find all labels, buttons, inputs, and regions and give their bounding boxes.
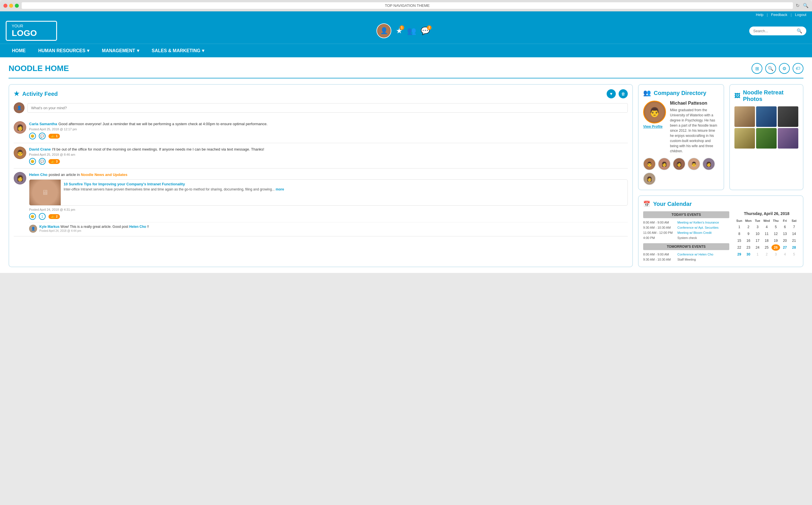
nav-sales[interactable]: SALES & MARKETING ▾ (145, 44, 211, 57)
refresh-icon[interactable]: ↻ (796, 3, 799, 8)
cal-day-16[interactable]: 16 (744, 237, 753, 244)
cal-day-9[interactable]: 9 (744, 231, 753, 237)
cal-day-3[interactable]: 3 (753, 224, 762, 230)
nav-hr[interactable]: HUMAN RESOURCES ▾ (32, 44, 96, 57)
photo-4[interactable] (735, 128, 755, 149)
carla-post-text: Good afternoon everyone! Just a reminder… (58, 122, 268, 126)
photo-1[interactable] (735, 106, 755, 127)
david-comment-btn[interactable]: 💬 (39, 158, 46, 165)
cal-day-4[interactable]: 4 (762, 224, 771, 230)
helen-like-btn[interactable]: 👍 2 (48, 214, 60, 219)
carla-comment-btn[interactable]: 💬 (39, 133, 46, 139)
event-name-3[interactable]: Meeting w/ Bloom Credit (677, 231, 711, 234)
browser-address-bar[interactable]: TOP NAVIGATION THEME (22, 2, 793, 9)
cal-day-20[interactable]: 20 (781, 237, 789, 244)
event-name-5[interactable]: Conference w/ Helen Cho (677, 252, 713, 256)
cal-day-17[interactable]: 17 (753, 237, 762, 244)
delete-icon[interactable]: 🗑 (619, 89, 628, 99)
dir-person-4[interactable]: 👨 (688, 158, 700, 170)
cal-day-next-1[interactable]: 1 (753, 251, 762, 258)
search-browser-icon[interactable]: 🔍 (803, 3, 809, 8)
cal-day-25[interactable]: 25 (762, 244, 771, 250)
cal-day-6[interactable]: 6 (781, 224, 789, 230)
helen-category[interactable]: Noodle News and Updates (81, 173, 127, 177)
cal-day-next-4[interactable]: 4 (781, 251, 789, 258)
cal-day-28[interactable]: 28 (790, 244, 798, 250)
people-icon[interactable]: 👥 (407, 26, 416, 35)
cal-day-next-2[interactable]: 2 (762, 251, 771, 258)
nav-management[interactable]: MANAGEMENT ▾ (96, 44, 145, 57)
feed-post-david: 👨 David Crane I'll be out of the office … (14, 143, 628, 169)
cal-day-13[interactable]: 13 (781, 231, 789, 237)
dir-person-2[interactable]: 👩 (658, 158, 670, 170)
cal-day-30[interactable]: 30 (744, 251, 753, 258)
event-name-1[interactable]: Meeting w/ Kellen's Insurance (677, 221, 719, 224)
cal-day-1[interactable]: 1 (735, 224, 744, 230)
add-widget-icon[interactable]: ⊞ (752, 63, 762, 74)
helen-comment-count[interactable]: 1 (39, 213, 46, 220)
feedback-link[interactable]: Feedback (771, 13, 788, 17)
messages-icon[interactable]: 💬 2 (421, 26, 430, 35)
tag-tool-icon[interactable]: 🏷 (793, 63, 803, 74)
helen-emoji-btn[interactable]: 😊 (29, 213, 36, 220)
cal-day-14[interactable]: 14 (790, 231, 798, 237)
photo-5[interactable] (756, 128, 777, 149)
cal-day-10[interactable]: 10 (753, 231, 762, 237)
nav-home[interactable]: HOME (6, 44, 32, 57)
dir-person-3[interactable]: 👩 (673, 158, 685, 170)
close-dot[interactable] (3, 4, 7, 8)
settings-tool-icon[interactable]: ⚙ (779, 63, 790, 74)
photo-6[interactable] (778, 128, 798, 149)
cal-day-27[interactable]: 27 (781, 244, 789, 250)
david-emoji-btn[interactable]: 😊 (29, 158, 36, 165)
dir-person-5[interactable]: 👩 (702, 158, 715, 170)
notifications-icon[interactable]: ★ 1 (396, 26, 402, 35)
article-more-link[interactable]: more (276, 187, 284, 191)
helen-name[interactable]: Helen Cho (29, 173, 47, 177)
view-profile-btn[interactable]: View Profile (643, 125, 666, 129)
carla-emoji-btn[interactable]: 😊 (29, 133, 36, 139)
search-tool-icon[interactable]: 🔍 (765, 63, 776, 74)
cal-day-12[interactable]: 12 (772, 231, 780, 237)
cal-day-next-5[interactable]: 5 (790, 251, 798, 258)
post-input[interactable] (27, 103, 628, 113)
cal-day-next-3[interactable]: 3 (772, 251, 780, 258)
cal-day-19[interactable]: 19 (772, 237, 780, 244)
cal-day-23[interactable]: 23 (744, 244, 753, 250)
cal-day-26-today[interactable]: 26 (772, 244, 780, 250)
cal-day-24[interactable]: 24 (753, 244, 762, 250)
david-like-btn[interactable]: 👍 3 (48, 159, 60, 164)
david-post-date: Posted April 25, 2018 @ 8:46 am (29, 153, 628, 156)
cal-day-21[interactable]: 21 (790, 237, 798, 244)
cal-day-29[interactable]: 29 (735, 251, 744, 258)
carla-name[interactable]: Carla Samantha (29, 122, 57, 126)
maximize-dot[interactable] (15, 4, 19, 8)
user-avatar[interactable]: 👤 (376, 23, 391, 38)
dir-person-1[interactable]: 👨 (643, 158, 656, 170)
cal-day-15[interactable]: 15 (735, 237, 744, 244)
logout-link[interactable]: Logout (795, 13, 806, 17)
cal-day-18[interactable]: 18 (762, 237, 771, 244)
cal-day-2[interactable]: 2 (744, 224, 753, 230)
photo-2[interactable] (756, 106, 777, 127)
cal-day-5[interactable]: 5 (772, 224, 780, 230)
cal-day-22[interactable]: 22 (735, 244, 744, 250)
dir-person-6[interactable]: 👩 (643, 173, 656, 185)
filter-icon[interactable]: ▼ (607, 89, 616, 99)
cal-day-8[interactable]: 8 (735, 231, 744, 237)
carla-like-btn[interactable]: 👍 1 (48, 134, 60, 139)
kyle-name[interactable]: Kyle Markus (39, 225, 59, 229)
article-title[interactable]: 10 Surefire Tips for Improving your Comp… (63, 182, 284, 186)
cal-day-7[interactable]: 7 (790, 224, 798, 230)
logo[interactable]: YOUR LOGO (6, 21, 57, 41)
search-box[interactable]: 🔍 (749, 26, 806, 35)
cal-day-11[interactable]: 11 (762, 231, 771, 237)
david-name[interactable]: David Crane (29, 147, 51, 151)
minimize-dot[interactable] (9, 4, 13, 8)
search-input[interactable] (753, 29, 794, 33)
help-link[interactable]: Help (756, 13, 764, 17)
article-text: Inter-office Intranet servers have prove… (63, 187, 275, 191)
photo-3[interactable] (778, 106, 798, 127)
event-name-2[interactable]: Conference w/ Apt. Securities (677, 226, 718, 229)
helen-link-in-comment[interactable]: Helen Cho (129, 225, 146, 229)
